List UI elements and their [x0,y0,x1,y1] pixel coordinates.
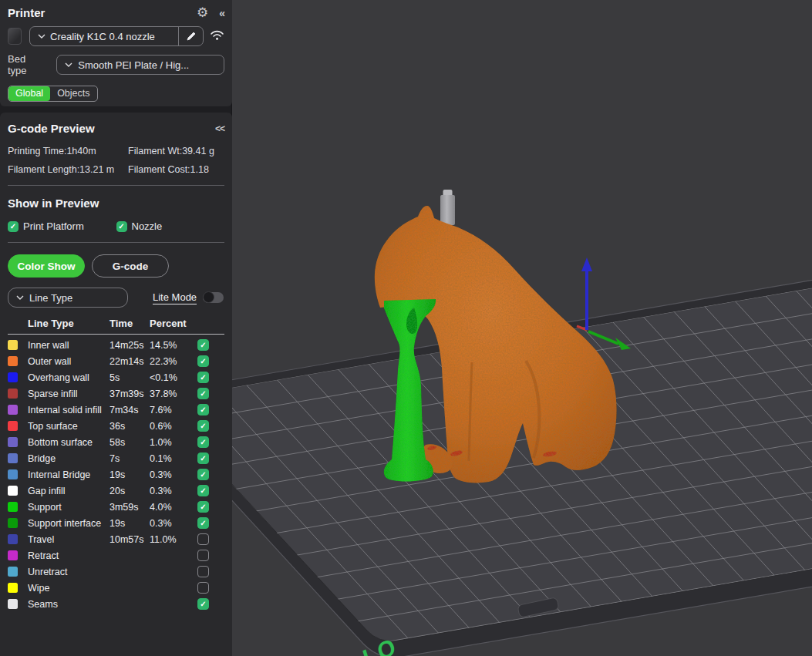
line-color-swatch [8,550,18,560]
line-type-percent: 4.0% [150,502,196,513]
gcode-preview-title: G-code Preview [8,122,95,135]
line-color-swatch [8,469,18,479]
line-type-label: Top surface [28,421,110,432]
stat-item: Filament Wt:39.41 g [128,146,224,156]
line-type-row: Travel10m57s11.0% [8,531,224,547]
line-type-row: Support interface19s0.3% [8,515,224,531]
line-type-table: Line Type Time Percent Inner wall14m25s1… [8,315,224,612]
line-type-row: Wipe [8,580,224,596]
wifi-icon[interactable] [210,29,224,43]
line-type-visibility-checkbox[interactable] [197,420,209,432]
tab-global[interactable]: Global [8,86,50,101]
line-type-visibility-checkbox[interactable] [197,388,209,399]
line-type-visibility-checkbox[interactable] [197,404,209,415]
line-type-time: 22m14s [110,356,150,367]
line-type-label: Internal Bridge [28,469,110,480]
line-type-time: 19s [110,469,150,480]
line-type-row: Gap infill20s0.3% [8,483,224,499]
bed-type-select[interactable]: Smooth PEI Plate / Hig... [56,55,224,75]
line-type-percent: 0.6% [150,421,196,432]
line-type-visibility-checkbox[interactable] [197,501,209,513]
line-type-label: Support [28,502,110,513]
line-color-swatch [8,583,18,593]
line-type-time: 7m34s [110,405,150,415]
line-type-visibility-checkbox[interactable] [197,372,209,383]
gcode-button[interactable]: G-code [92,254,169,278]
left-panel: Printer ⚙ « Creality K1C 0.4 nozzle [0,0,232,656]
line-color-swatch [8,486,18,496]
line-type-percent: 22.3% [150,356,196,367]
stat-item: Filament Length:13.21 m [8,164,128,175]
print-stats: Printing Time:1h40mFilament Wt:39.41 gFi… [8,146,224,175]
line-type-visibility-checkbox[interactable] [197,339,209,351]
line-type-row: Sparse infill37m39s37.8% [8,385,224,402]
line-type-label: Seams [28,599,110,610]
bed-type-label: Bed type [8,53,46,76]
line-type-table-header: Line Type Time Percent [8,315,224,335]
lite-mode-label[interactable]: Lite Mode [153,291,197,304]
color-show-button[interactable]: Color Show [8,254,85,278]
collapse-preview-icon[interactable]: << [215,123,224,134]
line-type-row: Seams [8,596,224,612]
view-mode-buttons: Color Show G-code [8,254,224,278]
tab-objects[interactable]: Objects [50,86,96,101]
line-type-visibility-checkbox[interactable] [197,566,209,577]
printer-panel-title: Printer [8,6,45,19]
line-type-row: Unretract [8,563,224,580]
line-type-percent: 7.6% [150,405,196,415]
line-type-visibility-checkbox[interactable] [197,533,209,545]
gear-icon[interactable]: ⚙ [197,6,208,19]
line-type-visibility-checkbox[interactable] [197,485,209,496]
line-type-time: 37m39s [110,389,150,399]
line-type-visibility-checkbox[interactable] [197,469,209,480]
chevron-down-icon [38,34,45,39]
line-type-percent: 0.3% [150,486,196,496]
line-type-visibility-checkbox[interactable] [197,517,209,529]
line-type-visibility-checkbox[interactable] [197,452,209,464]
printer-panel: Printer ⚙ « Creality K1C 0.4 nozzle [0,0,232,106]
line-type-visibility-checkbox[interactable] [197,598,209,610]
checkbox[interactable] [8,221,19,232]
line-type-visibility-checkbox[interactable] [197,550,209,561]
gcode-preview-panel: G-code Preview << Printing Time:1h40mFil… [0,113,232,656]
line-type-row: Overhang wall5s<0.1% [8,369,224,385]
scope-tabs: Global Objects [8,86,98,102]
chevron-down-icon [16,295,24,300]
line-color-swatch [8,567,18,577]
show-option: Nozzle [116,220,225,232]
line-type-visibility-checkbox[interactable] [197,436,209,448]
line-type-label: Travel [28,534,110,545]
line-type-percent: 1.0% [150,437,196,448]
line-type-visibility-checkbox[interactable] [197,355,209,367]
line-color-swatch [8,356,18,366]
line-type-row: Top surface36s0.6% [8,418,224,434]
line-type-select[interactable]: Line Type [8,288,128,308]
line-type-time: 5s [110,372,150,383]
line-type-label: Inner wall [28,340,110,351]
line-type-label: Overhang wall [28,372,110,383]
line-type-time: 20s [110,486,150,496]
show-option-label: Print Platform [23,220,84,232]
line-type-visibility-checkbox[interactable] [197,582,209,594]
line-color-swatch [8,437,18,447]
line-type-percent: 0.3% [150,518,196,529]
line-color-swatch [8,599,18,609]
line-color-swatch [8,405,18,415]
divider [8,242,224,243]
line-type-row: Internal Bridge19s0.3% [8,466,224,483]
collapse-panel-icon[interactable]: « [219,7,224,19]
line-color-swatch [8,502,18,512]
line-type-label: Sparse infill [28,389,110,399]
line-color-swatch [8,421,18,431]
printer-select[interactable]: Creality K1C 0.4 nozzle [29,26,204,46]
edit-printer-button[interactable] [178,27,203,45]
pencil-icon [186,31,197,42]
line-type-row: Outer wall22m14s22.3% [8,353,224,369]
checkbox[interactable] [116,221,127,232]
line-color-swatch [8,518,18,528]
lite-mode-toggle[interactable] [203,292,224,303]
line-type-row: Inner wall14m25s14.5% [8,337,224,353]
line-color-swatch [8,340,18,350]
line-type-label: Bridge [28,453,110,464]
line-type-time: 19s [110,518,150,529]
